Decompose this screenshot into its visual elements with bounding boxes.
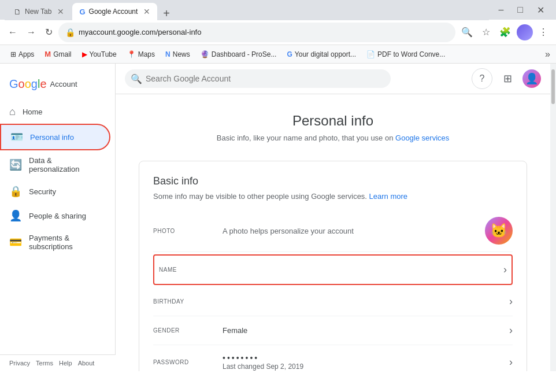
bookmark-apps-label: Apps xyxy=(18,50,34,58)
sidebar-footer: Privacy Terms Help About xyxy=(0,354,116,371)
gender-value: Female xyxy=(223,326,509,335)
tab-gaccount-favicon: G xyxy=(79,8,85,16)
sidebar-item-people-sharing[interactable]: 👤 People & sharing xyxy=(0,204,110,228)
bookmark-icon[interactable]: ☆ xyxy=(479,24,494,40)
page-subtitle-link[interactable]: Google services xyxy=(395,134,449,142)
password-row[interactable]: PASSWORD •••••••• Last changed Sep 2, 20… xyxy=(153,345,513,371)
help-button[interactable]: ? xyxy=(472,68,492,89)
bookmark-youtube[interactable]: ▶ YouTube xyxy=(77,49,121,60)
account-search-input[interactable] xyxy=(125,69,391,88)
footer-about-link[interactable]: About xyxy=(78,360,95,367)
footer-privacy-link[interactable]: Privacy xyxy=(9,360,30,367)
tab-strip: 🗋 New Tab ✕ G Google Account ✕ + xyxy=(5,0,489,20)
tab-gaccount-close[interactable]: ✕ xyxy=(143,7,150,16)
extensions-icon[interactable]: 🧩 xyxy=(496,24,514,40)
browser-chrome: 🗋 New Tab ✕ G Google Account ✕ + – □ ✕ ←… xyxy=(0,0,556,371)
bookmark-maps[interactable]: 📍 Maps xyxy=(123,49,160,60)
bookmark-apps[interactable]: ⊞ Apps xyxy=(6,49,39,60)
basic-info-subtitle: Some info may be visible to other people… xyxy=(153,192,513,201)
name-row[interactable]: NAME › xyxy=(153,254,513,285)
birthday-label: BIRTHDAY xyxy=(153,298,223,305)
nav-bar: ← → ↻ 🔒 🔍 ☆ 🧩 ⋮ xyxy=(0,20,556,45)
birthday-chevron-icon: › xyxy=(509,295,513,308)
google-logo: Google xyxy=(9,77,47,91)
address-input[interactable] xyxy=(79,28,448,36)
sidebar-logo: Google Account xyxy=(0,73,115,100)
lock-icon: 🔒 xyxy=(65,28,75,37)
account-logo-text: Account xyxy=(50,80,77,88)
dashboard-icon: 🔮 xyxy=(201,50,209,58)
tab-newtab-favicon: 🗋 xyxy=(14,8,21,16)
password-label: PASSWORD xyxy=(153,359,223,365)
tab-newtab-close[interactable]: ✕ xyxy=(57,7,64,16)
sidebar-item-personal-info[interactable]: 🪪 Personal info xyxy=(0,124,110,150)
reload-button[interactable]: ↻ xyxy=(42,24,56,40)
search-icon: 🔍 xyxy=(131,73,142,84)
back-button[interactable]: ← xyxy=(5,25,21,40)
sidebar-item-home[interactable]: ⌂ Home xyxy=(0,100,110,124)
page-subtitle: Basic info, like your name and photo, th… xyxy=(139,134,527,142)
account-top-header: 🔍 ? ⊞ 👤 xyxy=(116,64,550,94)
nav-actions: 🔍 ☆ 🧩 ⋮ xyxy=(458,24,551,40)
forward-button[interactable]: → xyxy=(23,25,39,40)
maps-icon: 📍 xyxy=(127,50,136,58)
footer-help-link[interactable]: Help xyxy=(59,360,72,367)
page-title: Personal info xyxy=(139,113,527,129)
search-wrap: 🔍 xyxy=(125,69,391,88)
close-button[interactable]: ✕ xyxy=(530,2,551,18)
gender-row[interactable]: GENDER Female › xyxy=(153,316,513,345)
bookmark-pdf[interactable]: 📄 PDF to Word Conve... xyxy=(362,49,450,60)
user-avatar[interactable]: 👤 xyxy=(522,69,541,88)
apps-bookmark-icon: ⊞ xyxy=(10,50,16,58)
birthday-row[interactable]: BIRTHDAY › xyxy=(153,287,513,316)
security-icon: 🔒 xyxy=(9,185,22,198)
bookmarks-bar: ⊞ Apps M Gmail ▶ YouTube 📍 Maps N News 🔮… xyxy=(0,45,556,64)
home-icon: ⌂ xyxy=(9,106,16,118)
bookmark-maps-label: Maps xyxy=(138,50,155,58)
main-content: Personal info Basic info, like your name… xyxy=(116,94,550,371)
tab-newtab[interactable]: 🗋 New Tab ✕ xyxy=(7,3,71,20)
sidebar-data-label: Data & personalization xyxy=(29,156,101,173)
content-area: 🔍 ? ⊞ 👤 Personal info Basic info, like y… xyxy=(116,64,550,371)
bookmark-google2[interactable]: G Your digital opport... xyxy=(282,49,361,60)
password-changed: Last changed Sep 2, 2019 xyxy=(223,363,509,371)
more-bookmarks-button[interactable]: » xyxy=(545,49,550,60)
title-bar: 🗋 New Tab ✕ G Google Account ✕ + – □ ✕ xyxy=(0,0,556,20)
footer-terms-link[interactable]: Terms xyxy=(36,360,53,367)
tab-newtab-label: New Tab xyxy=(25,8,51,16)
sidebar-personal-info-label: Personal info xyxy=(30,133,74,142)
profile-avatar[interactable] xyxy=(517,24,533,40)
password-dots: •••••••• xyxy=(223,353,509,363)
sidebar-item-security[interactable]: 🔒 Security xyxy=(0,179,110,204)
photo-desc: A photo helps personalize your account xyxy=(223,227,485,235)
search-icon[interactable]: 🔍 xyxy=(458,24,476,40)
new-tab-button[interactable]: + xyxy=(158,7,175,20)
page-content: Google Account ⌂ Home 🪪 Personal info 🔄 … xyxy=(0,64,556,371)
data-personalization-icon: 🔄 xyxy=(9,158,22,171)
bookmark-news-label: News xyxy=(173,50,190,58)
basic-info-subtitle-text: Some info may be visible to other people… xyxy=(153,192,369,201)
sidebar-item-data-personalization[interactable]: 🔄 Data & personalization xyxy=(0,150,110,179)
photo-avatar[interactable]: 🐱 xyxy=(485,217,513,245)
scrollbar[interactable] xyxy=(550,64,556,371)
sidebar-people-label: People & sharing xyxy=(29,212,86,220)
sidebar-item-payments[interactable]: 💳 Payments & subscriptions xyxy=(0,228,110,257)
bookmark-dashboard[interactable]: 🔮 Dashboard - ProSe... xyxy=(196,49,281,60)
tab-gaccount[interactable]: G Google Account ✕ xyxy=(72,3,157,20)
people-icon: 👤 xyxy=(9,209,22,222)
sidebar: Google Account ⌂ Home 🪪 Personal info 🔄 … xyxy=(0,64,116,371)
basic-info-card: Basic info Some info may be visible to o… xyxy=(139,161,527,371)
apps-grid-button[interactable]: ⊞ xyxy=(497,68,518,89)
learn-more-link[interactable]: Learn more xyxy=(369,192,407,201)
youtube-icon: ▶ xyxy=(82,50,87,58)
bookmark-news[interactable]: N News xyxy=(161,49,195,60)
minimize-button[interactable]: – xyxy=(491,2,510,18)
maximize-button[interactable]: □ xyxy=(510,2,530,18)
bookmark-gmail[interactable]: M Gmail xyxy=(40,49,76,60)
bookmark-dashboard-label: Dashboard - ProSe... xyxy=(212,50,277,58)
header-actions: ? ⊞ 👤 xyxy=(472,68,541,89)
bookmark-pdf-label: PDF to Word Conve... xyxy=(377,50,445,58)
chrome-menu[interactable]: ⋮ xyxy=(535,24,551,40)
sidebar-payments-label: Payments & subscriptions xyxy=(29,234,101,251)
google2-icon: G xyxy=(287,50,292,58)
